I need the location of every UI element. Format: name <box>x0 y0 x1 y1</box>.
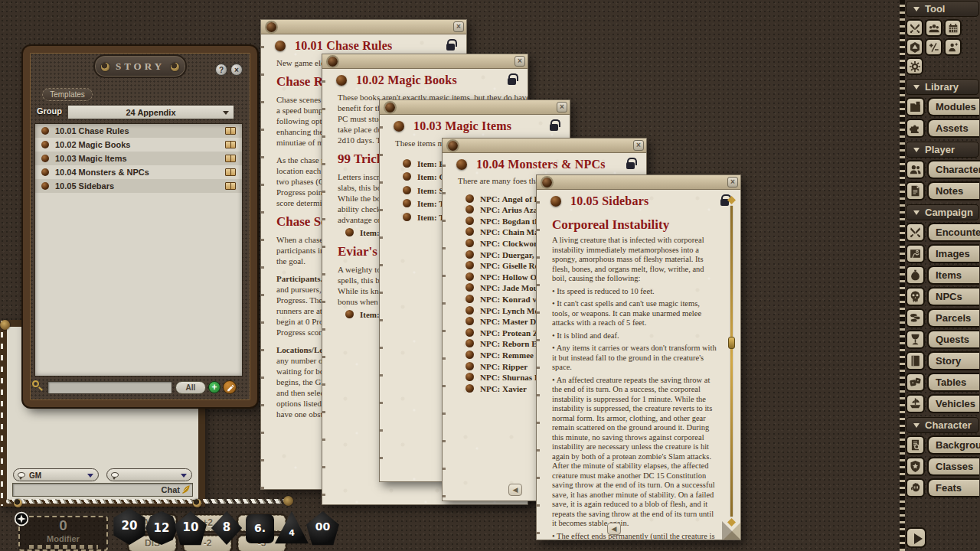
open-book-icon[interactable] <box>225 155 236 162</box>
sidebar-section-library[interactable]: Library <box>906 79 979 95</box>
resize-corner-handle[interactable] <box>724 523 740 540</box>
close-button[interactable]: × <box>727 177 738 187</box>
sidebar-item-label[interactable]: Feats <box>927 478 979 497</box>
book-icon[interactable] <box>906 351 925 370</box>
sidebar-section-character[interactable]: Character <box>906 417 979 433</box>
record-orb-icon[interactable] <box>336 75 347 86</box>
note-icon[interactable] <box>906 181 925 201</box>
chat-language-dropdown[interactable] <box>106 468 192 481</box>
help-button[interactable]: ? <box>215 64 227 76</box>
calendar-icon[interactable] <box>944 19 962 37</box>
sidebar-item-label[interactable]: Items <box>927 266 979 285</box>
close-button[interactable]: × <box>557 102 567 112</box>
story-entry-row[interactable]: 10.04 Monsters & NPCs <box>35 165 242 179</box>
story-entry-row[interactable]: 10.02 Magic Books <box>35 138 242 152</box>
sidebar: Tool Library Modules Assets Player C <box>899 0 980 551</box>
group-label: Group <box>37 106 62 116</box>
crossed-swords-icon[interactable] <box>906 19 923 37</box>
open-book-icon[interactable] <box>225 168 236 176</box>
scrollbar-handle[interactable] <box>728 337 735 349</box>
back-button[interactable]: ◀ <box>508 484 522 496</box>
edit-mode-button[interactable] <box>223 380 237 394</box>
sidebar-item-label[interactable]: Characters <box>927 160 980 179</box>
filter-all-button[interactable]: All <box>175 381 206 394</box>
search-input[interactable] <box>47 381 172 394</box>
group-select[interactable]: 24 Appendix <box>67 105 234 119</box>
lock-icon[interactable] <box>508 78 516 85</box>
close-button[interactable]: × <box>514 56 525 67</box>
window-title-bar[interactable]: × <box>380 100 570 115</box>
close-button[interactable]: × <box>633 140 644 151</box>
lock-icon[interactable] <box>446 44 455 51</box>
die-d100[interactable]: 00 <box>306 511 339 546</box>
window-title-bar[interactable]: × <box>322 54 528 69</box>
record-orb-icon[interactable] <box>394 121 404 132</box>
story-entry-row[interactable]: 10.05 Sidebars <box>35 179 242 193</box>
crossed-swords-icon[interactable] <box>906 223 925 242</box>
window-title-bar[interactable]: × <box>537 175 740 190</box>
story-entry-row[interactable]: 10.03 Magic Items <box>35 152 242 165</box>
gear-icon[interactable] <box>906 57 923 75</box>
plus-minus-icon[interactable] <box>925 38 942 56</box>
sidebar-item-label[interactable]: Backgrounds <box>927 435 980 455</box>
dice-icon[interactable] <box>906 373 925 392</box>
modifier-box[interactable]: 0 Modifier <box>18 516 108 551</box>
sidebar-section-campaign[interactable]: Campaign <box>906 204 979 220</box>
scroll-magnifier-icon[interactable] <box>906 435 925 455</box>
sidebar-section-tool[interactable]: Tool <box>906 1 979 17</box>
page-title: 10.04 Monsters & NPCs <box>476 158 606 171</box>
lock-icon[interactable] <box>550 124 558 131</box>
coins-icon[interactable] <box>906 308 925 328</box>
effects-icon[interactable] <box>944 38 962 56</box>
sidebar-item-label[interactable]: Classes <box>927 457 979 476</box>
chat-input[interactable]: Chat <box>12 483 193 497</box>
sidebar-item-label[interactable]: Parcels <box>927 308 979 328</box>
record-orb-icon[interactable] <box>550 196 561 207</box>
open-book-icon[interactable] <box>225 182 236 190</box>
ship-icon[interactable] <box>906 394 925 413</box>
d20-icon[interactable] <box>906 38 923 56</box>
window-title-bar[interactable]: × <box>443 139 646 153</box>
fist-icon[interactable] <box>906 478 925 497</box>
sidebar-item-label[interactable]: Story <box>927 351 979 370</box>
record-orb-icon[interactable] <box>456 159 467 170</box>
sidebar-section-player[interactable]: Player <box>906 142 979 158</box>
puzzle-icon[interactable] <box>906 119 925 138</box>
close-button[interactable]: × <box>230 64 243 76</box>
sidebar-expand-play-button[interactable] <box>906 527 926 548</box>
skull-icon[interactable] <box>906 287 925 306</box>
sidebar-item-label[interactable]: NPCs <box>927 287 979 306</box>
lock-icon[interactable] <box>626 162 635 169</box>
folder-icon[interactable] <box>906 97 925 116</box>
open-book-icon[interactable] <box>225 141 236 148</box>
templates-button[interactable]: Templates <box>42 88 93 101</box>
sidebar-item-label[interactable]: Assets <box>927 119 979 138</box>
window-title-bar[interactable]: × <box>261 20 466 34</box>
story-entry-row[interactable]: 10.01 Chase Rules <box>35 124 242 138</box>
sidebar-item-label[interactable]: Tables <box>927 373 979 392</box>
close-button[interactable]: × <box>453 21 464 32</box>
sidebar-item-label[interactable]: Notes <box>927 181 979 201</box>
bag-icon[interactable] <box>906 266 925 285</box>
shield-star-icon[interactable] <box>906 457 925 476</box>
sidebar-item-label[interactable]: Quests <box>927 330 979 349</box>
add-entry-button[interactable]: + <box>208 381 220 393</box>
scrollbar[interactable] <box>730 206 733 517</box>
modifier-cycle-button[interactable] <box>14 511 29 527</box>
page-title: 10.05 Sidebars <box>570 194 648 207</box>
sidebar-item-label[interactable]: Images <box>927 244 979 263</box>
sidebar-item-label[interactable]: Encounters <box>927 223 980 242</box>
party-icon[interactable] <box>925 19 942 37</box>
die-d6[interactable]: 6. <box>246 514 274 543</box>
record-orb-icon[interactable] <box>275 41 286 51</box>
story-window-title-plaque[interactable]: STORY <box>93 54 187 78</box>
open-book-icon[interactable] <box>225 127 236 135</box>
sidebar-item-label[interactable]: Vehicles <box>927 394 979 413</box>
map-icon[interactable] <box>906 244 925 263</box>
torn-edge-decoration <box>261 34 264 489</box>
people-icon[interactable] <box>906 160 925 179</box>
back-button[interactable]: ◀ <box>607 523 621 535</box>
chat-speaker-dropdown[interactable]: GM <box>13 468 99 481</box>
sidebar-item-label[interactable]: Modules <box>927 97 979 116</box>
goblet-icon[interactable] <box>906 330 925 349</box>
